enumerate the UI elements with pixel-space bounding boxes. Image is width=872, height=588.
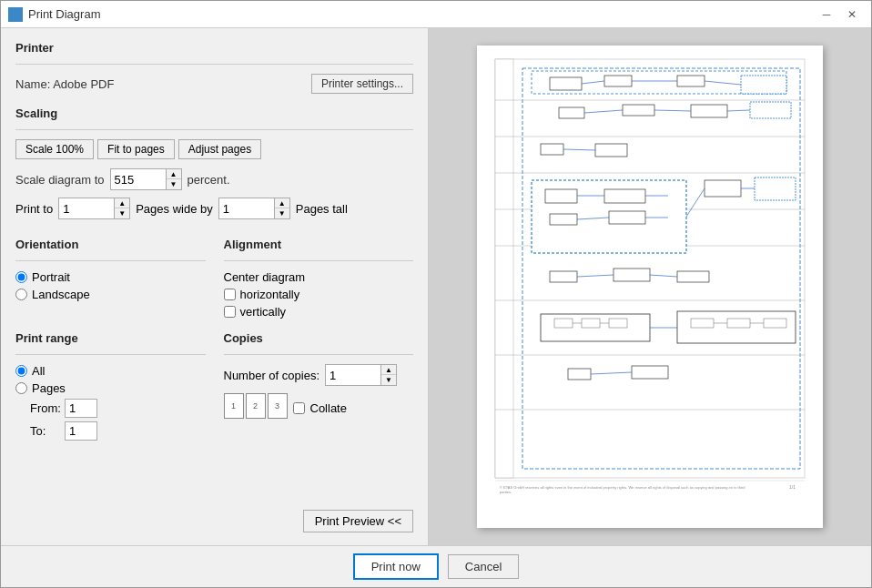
alignment-section: Alignment Center diagram horizontally ve… <box>224 238 414 322</box>
print-to-input[interactable] <box>59 198 114 218</box>
copies-spinbox: ▲ ▼ <box>325 364 397 386</box>
dialog-title: Print Diagram <box>28 7 815 21</box>
print-range-label: Print range <box>15 331 206 345</box>
dialog-content: Printer Name: Adobe PDF Printer settings… <box>1 28 871 545</box>
copies-up-button[interactable]: ▲ <box>381 365 396 375</box>
svg-rect-62 <box>632 366 668 379</box>
landscape-radio[interactable] <box>15 289 27 300</box>
svg-rect-15 <box>677 76 705 86</box>
preview-page: © ETAS GmbH reserves all rights even in … <box>477 46 823 528</box>
svg-rect-13 <box>550 77 582 90</box>
svg-rect-44 <box>613 269 650 281</box>
horizontally-checkbox[interactable] <box>224 289 236 300</box>
footer-actions: Print now Cancel <box>1 545 871 587</box>
pages-radio[interactable] <box>15 382 27 394</box>
scale-spin-buttons: ▲ ▼ <box>166 169 181 189</box>
svg-rect-16 <box>741 76 786 94</box>
close-button[interactable]: ✕ <box>840 5 864 24</box>
portrait-radio[interactable] <box>15 271 27 283</box>
cancel-button[interactable]: Cancel <box>448 554 519 579</box>
from-input[interactable] <box>65 399 97 418</box>
pages-wide-by-label: Pages wide by <box>136 202 213 216</box>
svg-text:© ETAS GmbH reserves all right: © ETAS GmbH reserves all rights even in … <box>500 485 745 490</box>
scale-up-button[interactable]: ▲ <box>167 169 181 179</box>
landscape-label: Landscape <box>32 288 90 301</box>
scale-diagram-label: Scale diagram to <box>15 173 105 187</box>
svg-rect-53 <box>609 319 627 328</box>
scale-down-button[interactable]: ▼ <box>167 179 181 189</box>
right-panel: © ETAS GmbH reserves all rights even in … <box>429 28 871 545</box>
svg-rect-14 <box>604 76 632 86</box>
svg-rect-58 <box>764 319 786 328</box>
num-copies-label: Number of copies: <box>224 369 320 382</box>
print-now-button[interactable]: Print now <box>353 553 439 580</box>
pages-wide-up-button[interactable]: ▲ <box>275 198 289 208</box>
printer-settings-button[interactable]: Printer settings... <box>311 74 413 94</box>
svg-rect-2 <box>495 59 513 478</box>
copies-count-row: Number of copies: ▲ ▼ <box>224 364 414 386</box>
svg-rect-52 <box>582 319 600 328</box>
title-bar: Print Diagram ─ ✕ <box>1 1 871 28</box>
print-to-down-button[interactable]: ▼ <box>115 208 129 218</box>
print-range-section: Print range All Pages From: <box>15 331 206 444</box>
print-to-up-button[interactable]: ▲ <box>115 198 129 208</box>
collate-checkbox[interactable] <box>293 402 305 414</box>
all-radio[interactable] <box>15 365 27 377</box>
svg-rect-56 <box>691 319 714 328</box>
to-label: To: <box>30 424 59 438</box>
svg-rect-43 <box>550 271 577 282</box>
copy-icon-3: 3 <box>268 393 288 419</box>
minimize-button[interactable]: ─ <box>815 5 838 24</box>
to-row: To: <box>30 421 206 441</box>
copies-input[interactable] <box>326 365 380 385</box>
horizontally-row: horizontally <box>224 288 414 301</box>
vertically-row: vertically <box>224 305 414 319</box>
portrait-label: Portrait <box>32 270 70 284</box>
collate-label: Collate <box>310 401 347 415</box>
svg-rect-21 <box>623 105 654 116</box>
svg-rect-23 <box>750 102 791 118</box>
svg-rect-61 <box>568 369 591 380</box>
preview-svg: © ETAS GmbH reserves all rights even in … <box>477 46 823 528</box>
scale-value-input[interactable] <box>111 169 166 189</box>
printer-name: Name: Adobe PDF <box>15 77 114 91</box>
horizontally-label: horizontally <box>240 288 300 301</box>
print-to-spinbox: ▲ ▼ <box>58 198 130 219</box>
pages-wide-input[interactable] <box>219 198 274 218</box>
alignment-section-label: Alignment <box>224 238 414 251</box>
pages-wide-spinbox: ▲ ▼ <box>218 198 290 219</box>
svg-rect-40 <box>755 177 796 200</box>
vertically-checkbox[interactable] <box>224 306 236 318</box>
fit-to-pages-button[interactable]: Fit to pages <box>97 139 175 159</box>
vertically-label: vertically <box>240 305 287 319</box>
svg-rect-32 <box>604 189 645 203</box>
window-controls: ─ ✕ <box>815 5 864 24</box>
pages-label: Pages <box>32 381 66 395</box>
svg-rect-22 <box>691 105 727 117</box>
print-to-spin-buttons: ▲ ▼ <box>114 198 129 218</box>
svg-rect-31 <box>545 189 577 203</box>
pages-wide-down-button[interactable]: ▼ <box>275 208 289 218</box>
preview-button-row: Print Preview << <box>15 501 413 532</box>
orientation-section: Orientation Portrait Landscape <box>15 238 206 322</box>
pages-wide-spin-buttons: ▲ ▼ <box>274 198 289 218</box>
adjust-pages-button[interactable]: Adjust pages <box>178 139 261 159</box>
copies-section: Copies Number of copies: ▲ ▼ <box>224 331 414 444</box>
copies-collate-row: 1 2 3 Collate <box>224 393 414 422</box>
landscape-row: Landscape <box>15 288 206 301</box>
print-dialog: Print Diagram ─ ✕ Printer Name: Adobe PD… <box>0 0 872 588</box>
scale-diagram-row: Scale diagram to ▲ ▼ percent. <box>15 168 413 190</box>
printer-section: Printer Name: Adobe PDF Printer settings… <box>15 41 413 94</box>
svg-rect-20 <box>559 107 584 118</box>
portrait-row: Portrait <box>15 270 206 284</box>
scale-100-button[interactable]: Scale 100% <box>15 139 94 159</box>
to-input[interactable] <box>65 421 97 441</box>
print-to-row: Print to ▲ ▼ Pages wide by ▲ ▼ <box>15 198 413 219</box>
scale-buttons-row: Scale 100% Fit to pages Adjust pages <box>15 139 413 159</box>
copies-down-button[interactable]: ▼ <box>381 375 396 385</box>
printer-name-row: Name: Adobe PDF Printer settings... <box>15 74 413 94</box>
print-preview-button[interactable]: Print Preview << <box>303 510 413 532</box>
all-pages-row: All <box>15 364 206 378</box>
svg-text:1/1: 1/1 <box>789 484 796 490</box>
scaling-section: Scaling Scale 100% Fit to pages Adjust p… <box>15 106 413 228</box>
